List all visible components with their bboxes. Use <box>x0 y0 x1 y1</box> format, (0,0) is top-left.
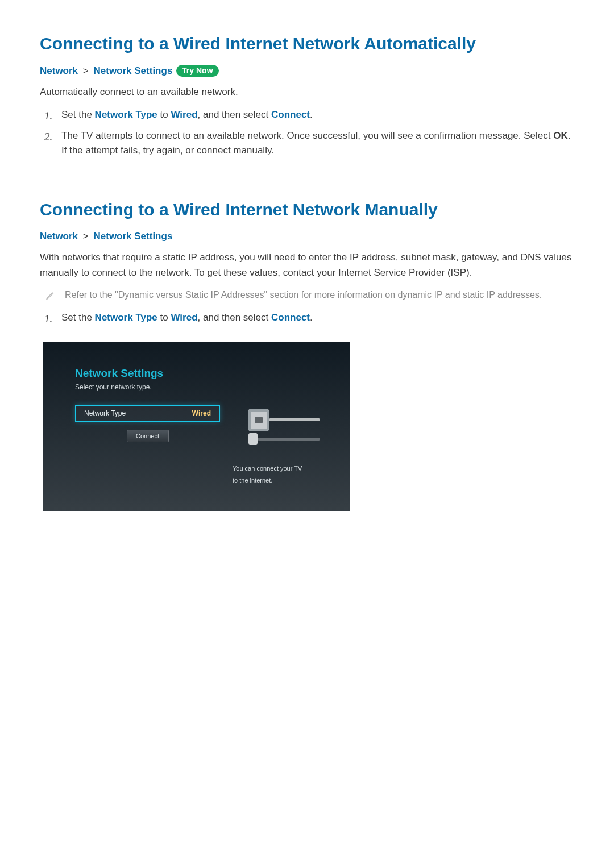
hl-connect: Connect <box>271 109 310 120</box>
hl-network-type: Network Type <box>95 109 157 120</box>
auto-step-2: 2. The TV attempts to connect to an avai… <box>61 128 574 159</box>
manual-intro: With networks that require a static IP a… <box>40 250 574 280</box>
breadcrumb-a[interactable]: Network <box>40 231 78 242</box>
try-now-badge[interactable]: Try Now <box>176 65 218 77</box>
text: to <box>157 109 171 120</box>
auto-step-1: 1. Set the Network Type to Wired, and th… <box>61 107 574 122</box>
manual-step-1: 1. Set the Network Type to Wired, and th… <box>61 310 574 325</box>
section-auto-title: Connecting to a Wired Internet Network A… <box>40 34 574 53</box>
text: . <box>310 109 313 120</box>
auto-steps: 1. Set the Network Type to Wired, and th… <box>40 107 574 158</box>
wall-plate-icon <box>248 409 269 431</box>
step-marker: 1. <box>44 107 52 124</box>
breadcrumb-auto: Network > Network Settings Try Now <box>40 65 574 77</box>
text: The TV attempts to connect to an availab… <box>61 130 553 141</box>
text: to <box>157 312 171 323</box>
cable-icon <box>269 418 320 421</box>
tv-panel-subtitle: Select your network type. <box>75 383 335 391</box>
hl-wired: Wired <box>171 109 197 120</box>
text: Set the <box>61 109 95 120</box>
tv-info-text: You can connect your TV to the internet. <box>233 463 335 486</box>
text: , and then select <box>198 109 271 120</box>
tv-panel-title: Network Settings <box>75 367 335 380</box>
breadcrumb-a[interactable]: Network <box>40 65 78 76</box>
connection-illustration <box>233 408 335 449</box>
hl-connect: Connect <box>271 312 310 323</box>
auto-intro: Automatically connect to an available ne… <box>40 85 574 99</box>
note-icon <box>45 290 56 302</box>
breadcrumb-manual: Network > Network Settings <box>40 231 574 242</box>
breadcrumb-b[interactable]: Network Settings <box>93 231 172 242</box>
field-label: Network Type <box>84 409 126 417</box>
hl-ok: OK <box>553 130 568 141</box>
field-value: Wired <box>192 409 211 417</box>
breadcrumb-sep: > <box>81 65 91 76</box>
network-type-selector[interactable]: Network Type Wired <box>75 405 220 422</box>
cable-icon <box>258 438 320 441</box>
hl-network-type: Network Type <box>95 312 157 323</box>
text: Set the <box>61 312 95 323</box>
text: , and then select <box>198 312 271 323</box>
breadcrumb-sep: > <box>81 231 91 242</box>
text: . <box>310 312 313 323</box>
note-text: Refer to the "Dynamic versus Static IP A… <box>65 288 542 302</box>
manual-steps: 1. Set the Network Type to Wired, and th… <box>40 310 574 325</box>
breadcrumb-b[interactable]: Network Settings <box>93 65 172 76</box>
tv-info-line: to the internet. <box>233 475 335 486</box>
step-marker: 1. <box>44 310 52 327</box>
tv-settings-panel: Network Settings Select your network typ… <box>43 342 350 511</box>
section-manual-title: Connecting to a Wired Internet Network M… <box>40 200 574 219</box>
connect-button[interactable]: Connect <box>127 430 169 442</box>
manual-note: Refer to the "Dynamic versus Static IP A… <box>40 288 574 302</box>
plug-icon <box>248 433 258 445</box>
hl-wired: Wired <box>171 312 197 323</box>
step-marker: 2. <box>44 128 52 145</box>
tv-info-line: You can connect your TV <box>233 463 335 474</box>
